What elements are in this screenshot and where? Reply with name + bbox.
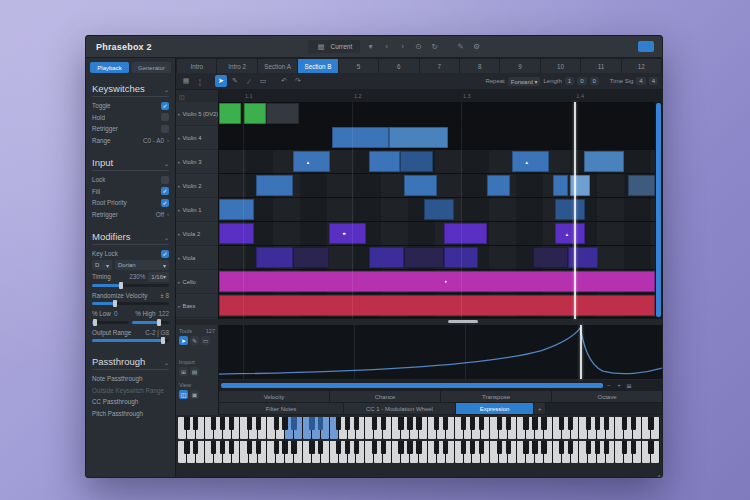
black-key[interactable] — [434, 417, 439, 430]
black-key[interactable] — [559, 417, 564, 430]
zoom-fit-icon[interactable]: ⊞ — [625, 382, 633, 389]
black-key[interactable] — [604, 417, 609, 430]
phrase-tab[interactable]: Section B — [298, 59, 337, 73]
black-key[interactable] — [193, 417, 198, 430]
phrase-grid[interactable]: ▲▲▲ — [219, 102, 655, 319]
logo-button[interactable] — [638, 41, 654, 52]
save-preset-icon[interactable]: ⊙ — [413, 42, 424, 51]
track-expand-icon[interactable]: ▸ — [178, 207, 181, 213]
checkbox-checked[interactable]: ✓ — [161, 187, 169, 195]
black-key[interactable] — [309, 417, 314, 430]
black-key[interactable] — [622, 441, 627, 454]
black-key[interactable] — [470, 417, 475, 430]
black-key[interactable] — [193, 441, 198, 454]
parameter-tab-chance[interactable]: Chance — [330, 391, 440, 402]
zoom-out-icon[interactable]: − — [605, 382, 613, 388]
parameter-tab-octave[interactable]: Octave — [552, 391, 662, 402]
length-bars-value[interactable]: 1 — [565, 77, 574, 85]
forward-dropdown[interactable]: Forward ▾ — [508, 77, 541, 86]
view-mode-a-icon[interactable]: ◫ — [179, 390, 188, 399]
black-key[interactable] — [506, 417, 511, 430]
length-beats-value[interactable]: 0 — [577, 77, 586, 85]
black-key[interactable] — [461, 441, 466, 454]
parameter-tab-velocity[interactable]: Velocity — [219, 391, 329, 402]
note-block[interactable] — [570, 175, 590, 196]
black-key[interactable] — [595, 441, 600, 454]
black-key[interactable] — [559, 441, 564, 454]
phrase-tab[interactable]: 10 — [541, 59, 580, 73]
track-expand-icon[interactable]: ▸ — [178, 303, 181, 309]
black-key[interactable] — [220, 441, 225, 454]
piano-keyboard-upper[interactable] — [178, 417, 660, 439]
track-label-row[interactable]: ▸Bass — [176, 294, 218, 318]
track-label-row[interactable]: ▸Viola 2 — [176, 222, 218, 246]
slider-unit-dropdown[interactable]: 1/16▾ — [148, 272, 169, 282]
black-key[interactable] — [568, 441, 573, 454]
phrase-tab[interactable]: 8 — [460, 59, 499, 73]
automation-lane[interactable] — [219, 325, 662, 380]
import-file-icon[interactable]: ⊞ — [179, 367, 188, 376]
piano-keyboard-lower[interactable] — [178, 441, 660, 463]
checkbox-unchecked[interactable] — [161, 176, 169, 184]
note-block[interactable] — [219, 103, 241, 124]
view-mode-b-icon[interactable]: ▣ — [190, 390, 199, 399]
black-key[interactable] — [443, 441, 448, 454]
resize-grip-icon[interactable]: ◢ — [655, 472, 660, 478]
black-key[interactable] — [372, 441, 377, 454]
slider-track-low[interactable] — [92, 321, 129, 324]
note-block[interactable] — [266, 103, 299, 124]
settings-icon[interactable]: ⚙ — [471, 42, 482, 51]
note-block[interactable] — [389, 127, 448, 148]
black-key[interactable] — [416, 441, 421, 454]
setting-label[interactable]: CC Passthrough — [92, 398, 169, 405]
note-block[interactable] — [533, 247, 568, 268]
track-expand-icon[interactable]: ▸ — [178, 255, 181, 261]
phrase-tab[interactable]: Intro — [177, 59, 216, 73]
note-block[interactable] — [244, 103, 266, 124]
preset-selector[interactable]: ▦ Current — [308, 40, 361, 53]
erase-tool-icon[interactable]: ▭ — [257, 75, 269, 87]
slider-track[interactable] — [92, 302, 169, 305]
black-key[interactable] — [631, 441, 636, 454]
note-block[interactable] — [404, 175, 437, 196]
black-key[interactable] — [586, 417, 591, 430]
horizontal-scrollbar[interactable]: − + ⊞ — [219, 380, 662, 390]
add-lane-button[interactable]: + — [534, 403, 545, 414]
timeline-ruler[interactable]: ◫ 1.11.21.31.4 — [176, 90, 662, 102]
note-block[interactable] — [329, 223, 366, 244]
black-key[interactable] — [318, 441, 323, 454]
slider-track-high[interactable] — [132, 321, 169, 324]
black-key[interactable] — [229, 417, 234, 430]
black-key[interactable] — [345, 441, 350, 454]
track-label-row[interactable]: ▸Violin 1 — [176, 198, 218, 222]
dropdown-1[interactable]: Dorian▾ — [115, 260, 169, 270]
black-key[interactable] — [291, 441, 296, 454]
note-block[interactable] — [256, 175, 293, 196]
black-key[interactable] — [211, 441, 216, 454]
checkbox-checked[interactable]: ✓ — [161, 250, 169, 258]
black-key[interactable] — [354, 417, 359, 430]
black-key[interactable] — [211, 417, 216, 430]
black-key[interactable] — [461, 417, 466, 430]
phrase-tab[interactable]: 12 — [622, 59, 661, 73]
black-key[interactable] — [345, 417, 350, 430]
black-key[interactable] — [631, 417, 636, 430]
black-key[interactable] — [398, 441, 403, 454]
collapse-chevron-icon[interactable]: ⌄ — [164, 234, 169, 241]
note-block[interactable] — [512, 151, 549, 172]
value-chevron-icon[interactable]: › — [167, 211, 169, 217]
black-key[interactable] — [434, 441, 439, 454]
edit-icon[interactable]: ✎ — [455, 42, 466, 51]
env-pointer-tool-icon[interactable]: ➤ — [179, 336, 188, 345]
black-key[interactable] — [274, 417, 279, 430]
slider-track[interactable] — [92, 284, 169, 287]
black-key[interactable] — [398, 417, 403, 430]
track-expand-icon[interactable]: ▸ — [178, 159, 181, 165]
lane-resize-handle[interactable] — [448, 320, 478, 323]
black-key[interactable] — [318, 417, 323, 430]
track-expand-icon[interactable]: ▸ — [178, 111, 181, 117]
black-key[interactable] — [604, 441, 609, 454]
pencil-tool-icon[interactable]: ✎ — [229, 75, 241, 87]
dropdown-0[interactable]: D▾ — [92, 260, 112, 270]
black-key[interactable] — [479, 417, 484, 430]
